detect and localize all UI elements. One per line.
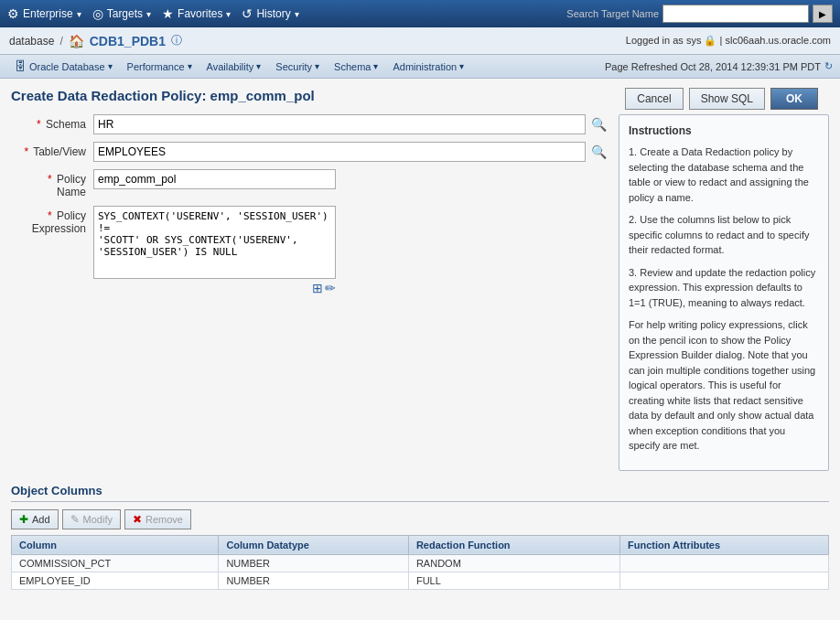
modify-button[interactable]: ✎ Modify	[62, 509, 121, 529]
table-label: * Table/View	[11, 142, 93, 158]
instructions-panel: Instructions 1. Create a Data Redaction …	[619, 114, 829, 471]
refresh-icon[interactable]: ↻	[824, 60, 833, 72]
main-content: Create Data Redaction Policy: emp_comm_p…	[0, 79, 840, 620]
policy-expression-label: * PolicyExpression	[11, 206, 93, 235]
favorites-menu[interactable]: ★ Favorites ▾	[162, 6, 231, 21]
policy-expression-row: * PolicyExpression SYS_CONTEXT('USERENV'…	[11, 206, 608, 295]
availability-menu[interactable]: Availability ▾	[199, 55, 269, 79]
schema-row: * Schema 🔍	[11, 114, 608, 134]
breadcrumb-home-icon: 🏠	[69, 34, 84, 48]
table-row[interactable]: COMMISSION_PCTNUMBERRANDOM	[12, 554, 829, 572]
schema-field-wrapper: 🔍	[93, 114, 608, 134]
remove-icon: ✖	[133, 513, 142, 526]
instructions-text: 1. Create a Data Redaction policy by sel…	[629, 144, 819, 454]
policy-name-field-wrapper	[93, 169, 608, 189]
security-menu[interactable]: Security ▾	[268, 55, 327, 79]
cell-datatype: NUMBER	[219, 572, 409, 589]
col-header-redaction: Redaction Function	[408, 535, 619, 554]
breadcrumb-database[interactable]: database	[9, 35, 54, 48]
remove-button[interactable]: ✖ Remove	[124, 509, 191, 529]
instructions-step4: For help writing policy expressions, cli…	[629, 317, 819, 454]
expression-builder-icon[interactable]: ⊞	[312, 281, 323, 295]
search-area: Search Target Name ▶	[566, 5, 833, 23]
history-chevron: ▾	[295, 9, 299, 19]
table-row[interactable]: EMPLOYEE_IDNUMBERFULL	[12, 572, 829, 589]
columns-toolbar: ✚ Add ✎ Modify ✖ Remove	[11, 509, 829, 529]
breadcrumb-sep1: /	[59, 35, 62, 48]
enterprise-chevron: ▾	[77, 9, 81, 19]
cell-column: COMMISSION_PCT	[12, 554, 219, 572]
instructions-title: Instructions	[629, 124, 819, 137]
expression-edit-icon[interactable]: ✏	[325, 281, 336, 295]
cell-datatype: NUMBER	[219, 554, 409, 572]
schema-search-button[interactable]: 🔍	[589, 115, 608, 134]
cell-redaction: FULL	[408, 572, 619, 589]
policy-name-label: * PolicyName	[11, 169, 93, 198]
add-button[interactable]: ✚ Add	[11, 509, 59, 529]
enterprise-menu[interactable]: ⚙ Enterprise ▾	[7, 6, 81, 21]
login-info: Logged in as sys 🔒 | slc06aah.us.oracle.…	[626, 35, 831, 47]
ok-button[interactable]: OK	[770, 88, 818, 110]
menu-bar: 🗄 Oracle Database ▾ Performance ▾ Availa…	[0, 55, 840, 79]
table-search-button[interactable]: 🔍	[589, 143, 608, 161]
policy-name-input[interactable]	[93, 169, 336, 189]
history-menu[interactable]: ↺ History ▾	[242, 6, 298, 21]
history-icon: ↺	[242, 6, 253, 21]
security-chevron: ▾	[315, 61, 319, 71]
modify-icon: ✎	[70, 513, 80, 526]
instructions-step1: 1. Create a Data Redaction policy by sel…	[629, 144, 819, 205]
search-input[interactable]	[662, 5, 809, 23]
availability-chevron: ▾	[256, 61, 261, 71]
targets-chevron: ▾	[146, 9, 151, 19]
page-refresh: Page Refreshed Oct 28, 2014 12:39:31 PM …	[605, 60, 833, 72]
table-input[interactable]	[93, 142, 586, 162]
table-required: *	[24, 145, 28, 158]
col-header-datatype: Column Datatype	[219, 535, 409, 554]
cell-attributes	[620, 572, 829, 589]
oracle-db-icon: 🗄	[15, 59, 27, 73]
schema-menu[interactable]: Schema ▾	[327, 55, 385, 79]
form-section: * Schema 🔍 * Table/View	[11, 114, 608, 471]
enterprise-icon: ⚙	[7, 6, 19, 21]
expression-icons: ⊞ ✏	[312, 281, 336, 295]
policy-expression-required: *	[48, 209, 52, 222]
instructions-step3: 3. Review and update the redaction polic…	[629, 265, 819, 311]
col-header-column: Column	[12, 535, 219, 554]
breadcrumb-info-icon[interactable]: ⓘ	[171, 33, 182, 48]
favorites-chevron: ▾	[226, 9, 231, 19]
performance-menu[interactable]: Performance ▾	[120, 55, 199, 79]
add-icon: ✚	[19, 513, 28, 526]
policy-expression-textarea[interactable]: SYS_CONTEXT('USERENV', 'SESSION_USER') !…	[93, 206, 336, 279]
administration-chevron: ▾	[459, 61, 464, 71]
administration-menu[interactable]: Administration ▾	[385, 55, 471, 79]
targets-icon: ◎	[92, 6, 103, 21]
schema-label: * Schema	[11, 114, 93, 131]
policy-name-row: * PolicyName	[11, 169, 608, 198]
cancel-button[interactable]: Cancel	[625, 88, 683, 110]
col-header-attributes: Function Attributes	[620, 535, 829, 554]
form-instructions-wrapper: * Schema 🔍 * Table/View	[11, 114, 829, 471]
table-field-wrapper: 🔍	[93, 142, 608, 162]
cell-redaction: RANDOM	[408, 554, 619, 572]
targets-menu[interactable]: ◎ Targets ▾	[92, 6, 151, 21]
schema-required: *	[37, 118, 41, 131]
oracle-db-menu[interactable]: 🗄 Oracle Database ▾	[7, 55, 120, 79]
schema-input[interactable]	[93, 114, 586, 134]
policy-name-required: *	[48, 173, 52, 186]
breadcrumb-bar: database / 🏠 CDB1_PDB1 ⓘ Logged in as sy…	[0, 27, 840, 55]
table-row: * Table/View 🔍	[11, 142, 608, 162]
performance-chevron: ▾	[188, 61, 192, 71]
cell-column: EMPLOYEE_ID	[12, 572, 219, 589]
search-button[interactable]: ▶	[813, 5, 833, 23]
oracle-db-chevron: ▾	[108, 61, 113, 71]
object-columns-section: Object Columns ✚ Add ✎ Modify ✖ Remove	[11, 484, 829, 590]
columns-table: Column Column Datatype Redaction Functio…	[11, 535, 829, 590]
favorites-icon: ★	[162, 6, 174, 21]
policy-expression-area: SYS_CONTEXT('USERENV', 'SESSION_USER') !…	[93, 206, 336, 295]
object-columns-title: Object Columns	[11, 484, 829, 502]
show-sql-button[interactable]: Show SQL	[689, 88, 765, 110]
top-nav: ⚙ Enterprise ▾ ◎ Targets ▾ ★ Favorites ▾…	[0, 0, 840, 27]
cell-attributes	[620, 554, 829, 572]
breadcrumb-db-name[interactable]: CDB1_PDB1	[90, 34, 166, 48]
instructions-step2: 2. Use the columns list below to pick sp…	[629, 212, 819, 258]
